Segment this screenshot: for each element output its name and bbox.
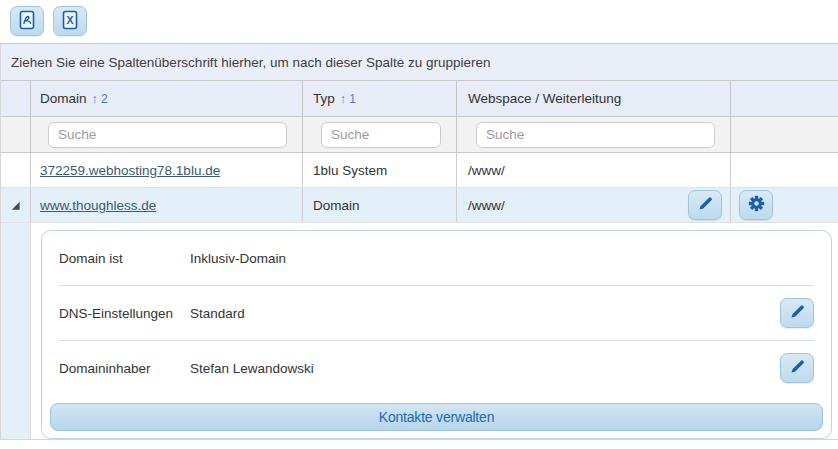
- detail-action-area: Kontakte verwalten: [50, 395, 823, 438]
- collapse-row-icon[interactable]: [10, 200, 21, 211]
- row-typ-cell: 1blu System: [303, 153, 457, 187]
- domain-link[interactable]: 372259.webhosting78.1blu.de: [40, 163, 220, 178]
- edit-owner-button[interactable]: [780, 353, 814, 383]
- detail-value: Stefan Lewandowski: [190, 361, 780, 376]
- table-row[interactable]: 372259.webhosting78.1blu.de 1blu System …: [1, 153, 838, 188]
- detail-value: Standard: [190, 306, 780, 321]
- header-cell-typ[interactable]: Typ ↑ 1: [303, 81, 457, 116]
- header-cell-webspace[interactable]: Webspace / Weiterleitung: [457, 81, 731, 116]
- edit-webspace-button[interactable]: [688, 190, 722, 220]
- sort-index-badge: 2: [101, 92, 108, 106]
- row-webspace-cell: /www/: [457, 153, 731, 187]
- detail-row-domain-ist: Domain ist Inklusiv-Domain: [50, 231, 823, 285]
- pencil-icon: [697, 195, 714, 215]
- domain-search-input[interactable]: [48, 122, 287, 148]
- row-webspace-cell: /www/: [457, 188, 731, 222]
- webspace-path: /www/: [468, 198, 505, 213]
- row-actions-cell: [731, 188, 838, 222]
- detail-label: DNS-Einstellungen: [59, 306, 190, 321]
- domain-detail-panel: Domain ist Inklusiv-Domain DNS-Einstellu…: [41, 230, 832, 439]
- domain-management-page: X Ziehen Sie eine Spaltenüberschrift hie…: [0, 0, 838, 449]
- filter-cell-webspace: [457, 117, 731, 152]
- row-expand-cell: [1, 188, 31, 222]
- group-by-hint-text: Ziehen Sie eine Spaltenüberschrift hierh…: [11, 55, 491, 70]
- group-by-panel: Ziehen Sie eine Spaltenüberschrift hierh…: [1, 44, 838, 81]
- export-toolbar: X: [0, 0, 838, 43]
- table-row[interactable]: www.thoughless.de Domain /www/: [1, 188, 838, 223]
- sort-asc-icon: ↑: [92, 91, 99, 106]
- pencil-icon: [789, 303, 806, 323]
- webspace-path: /www/: [468, 163, 505, 178]
- filter-cell-expand: [1, 117, 31, 152]
- header-cell-domain[interactable]: Domain ↑ 2: [31, 81, 303, 116]
- export-xlsx-button[interactable]: X: [53, 6, 87, 36]
- expanded-row-gutter: [1, 223, 31, 439]
- sort-index-badge: 1: [349, 92, 356, 106]
- filter-cell-typ: [303, 117, 457, 152]
- domain-link[interactable]: www.thoughless.de: [40, 198, 156, 213]
- row-expand-cell: [1, 153, 31, 187]
- excel-file-icon: X: [60, 9, 80, 34]
- grid-header-row: Domain ↑ 2 Typ ↑ 1 Webspace / Weiterleit…: [1, 81, 838, 117]
- svg-text:X: X: [66, 14, 73, 26]
- domain-grid: Ziehen Sie eine Spaltenüberschrift hierh…: [0, 43, 838, 440]
- sort-asc-icon: ↑: [340, 91, 347, 106]
- row-domain-cell: www.thoughless.de: [31, 188, 303, 222]
- filter-cell-actions: [731, 117, 838, 152]
- header-cell-expand: [1, 81, 31, 116]
- detail-label: Domain ist: [59, 251, 190, 266]
- row-domain-cell: 372259.webhosting78.1blu.de: [31, 153, 303, 187]
- detail-value: Inklusiv-Domain: [190, 251, 814, 266]
- column-label-webspace: Webspace / Weiterleitung: [468, 91, 621, 106]
- detail-label: Domaininhaber: [59, 361, 190, 376]
- pdf-file-icon: [17, 9, 37, 34]
- detail-row-owner: Domaininhaber Stefan Lewandowski: [50, 341, 823, 395]
- domain-settings-button[interactable]: [739, 190, 773, 220]
- gear-icon: [748, 195, 765, 215]
- webspace-search-input[interactable]: [476, 122, 715, 148]
- detail-row-dns: DNS-Einstellungen Standard: [50, 286, 823, 340]
- manage-contacts-button[interactable]: Kontakte verwalten: [50, 403, 823, 431]
- typ-search-input[interactable]: [321, 122, 441, 148]
- row-typ-cell: Domain: [303, 188, 457, 222]
- filter-cell-domain: [31, 117, 303, 152]
- grid-filter-row: [1, 117, 838, 153]
- edit-dns-button[interactable]: [780, 298, 814, 328]
- column-label-domain: Domain: [40, 91, 87, 106]
- pencil-icon: [789, 358, 806, 378]
- column-label-typ: Typ: [313, 91, 335, 106]
- header-cell-actions: [731, 81, 838, 116]
- row-actions-cell: [731, 153, 838, 187]
- domain-detail-section: Domain ist Inklusiv-Domain DNS-Einstellu…: [1, 223, 838, 440]
- export-pdf-button[interactable]: [10, 6, 44, 36]
